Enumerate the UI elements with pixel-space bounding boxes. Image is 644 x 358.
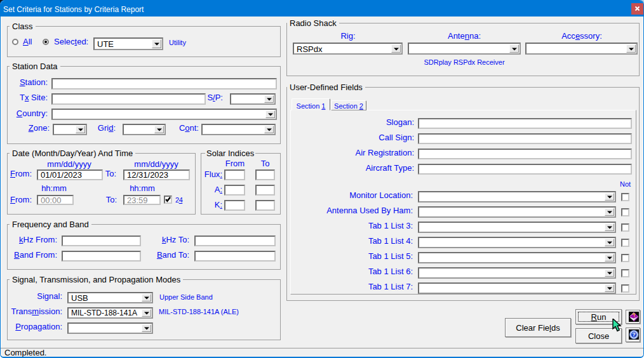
svg-text:?: ? [632,331,636,338]
